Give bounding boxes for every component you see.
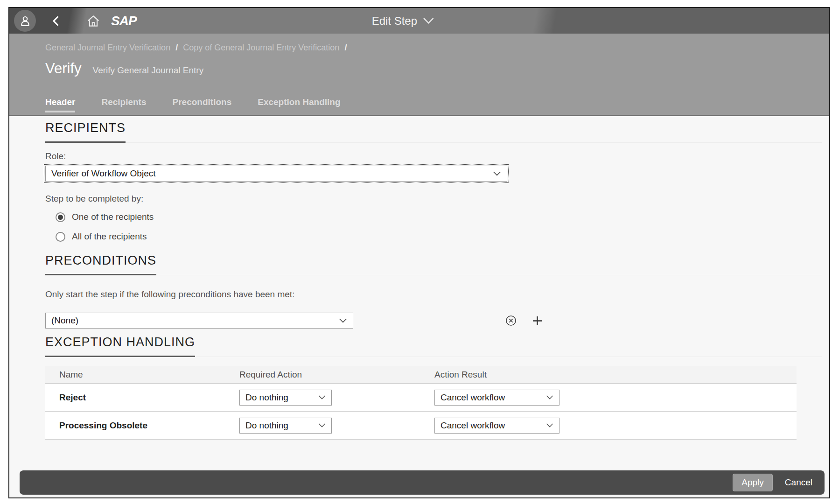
role-select-value: Verifier of Workflow Object: [51, 168, 156, 179]
radio-label: All of the recipients: [72, 231, 147, 242]
role-label: Role:: [45, 151, 829, 161]
required-action-select[interactable]: Do nothing: [239, 390, 332, 406]
chevron-down-icon: [493, 171, 501, 176]
chevron-down-icon: [318, 395, 326, 400]
tab-preconditions[interactable]: Preconditions: [173, 97, 232, 115]
action-result-select[interactable]: Cancel workflow: [434, 390, 559, 406]
action-result-select[interactable]: Cancel workflow: [434, 418, 559, 434]
exception-handling-section-header: EXCEPTION HANDLING: [45, 335, 822, 357]
title-row: Verify Verify General Journal Entry: [45, 60, 829, 77]
radio-one-of-recipients[interactable]: One of the recipients: [56, 210, 829, 224]
radio-all-of-recipients[interactable]: All of the recipients: [56, 230, 829, 243]
table-row-processing-obsolete: Processing Obsolete Do nothing Cancel wo…: [45, 412, 797, 440]
recipients-heading: RECIPIENTS: [45, 121, 126, 143]
breadcrumb-separator: /: [175, 43, 178, 52]
tab-header[interactable]: Header: [45, 97, 75, 115]
precondition-select[interactable]: (None): [45, 313, 353, 329]
table-header-row: Name Required Action Action Result: [45, 366, 797, 384]
add-precondition-button[interactable]: [531, 315, 544, 327]
preconditions-heading: PRECONDITIONS: [45, 253, 156, 275]
recipients-section-header: RECIPIENTS: [45, 121, 822, 143]
chevron-left-icon: [51, 16, 61, 26]
chevron-down-icon: [339, 318, 347, 323]
remove-precondition-button[interactable]: [505, 315, 517, 327]
home-button[interactable]: [82, 8, 105, 34]
breadcrumb-separator: /: [344, 43, 347, 52]
page-subtitle: Verify General Journal Entry: [93, 65, 204, 76]
preconditions-section-header: PRECONDITIONS: [45, 253, 822, 275]
sap-logo: SAP: [111, 8, 137, 34]
required-action-select[interactable]: Do nothing: [239, 418, 332, 434]
chevron-down-icon: [318, 423, 326, 428]
breadcrumb: General Journal Entry Verification / Cop…: [45, 43, 829, 53]
column-header-required-action: Required Action: [239, 370, 302, 380]
shell-title-menu[interactable]: Edit Step: [372, 8, 434, 34]
column-header-name: Name: [59, 370, 83, 380]
exception-table: Name Required Action Action Result Rejec…: [45, 366, 797, 440]
screenshot-canvas: SAP Edit Step General Journal Entry Veri…: [0, 0, 839, 504]
radio-label: One of the recipients: [72, 212, 154, 222]
radio-button-icon: [56, 212, 65, 222]
preconditions-description: Only start the step if the following pre…: [45, 289, 829, 300]
shell-title-label: Edit Step: [372, 14, 417, 28]
action-result-value: Cancel workflow: [440, 392, 505, 403]
table-row-reject: Reject Do nothing Cancel workflow: [45, 384, 797, 412]
exception-name: Processing Obsolete: [59, 420, 147, 431]
shell-bar: SAP Edit Step: [9, 8, 829, 34]
decline-circle-icon: [505, 315, 517, 327]
tab-exception-handling[interactable]: Exception Handling: [258, 97, 340, 115]
precondition-select-value: (None): [51, 315, 78, 326]
cancel-button[interactable]: Cancel: [785, 477, 812, 488]
home-icon: [86, 14, 100, 28]
chevron-down-icon: [423, 17, 434, 24]
radio-button-icon: [56, 232, 65, 242]
required-action-value: Do nothing: [245, 392, 288, 403]
action-result-value: Cancel workflow: [440, 420, 505, 431]
page-content: RECIPIENTS Role: Verifier of Workflow Ob…: [9, 116, 829, 468]
precondition-row: (None): [45, 313, 829, 329]
role-select[interactable]: Verifier of Workflow Object: [45, 166, 507, 182]
object-header: General Journal Entry Verification / Cop…: [9, 34, 829, 116]
breadcrumb-link-copy[interactable]: Copy of General Journal Entry Verificati…: [183, 43, 339, 52]
person-icon: [19, 14, 32, 28]
breadcrumb-link-workflow[interactable]: General Journal Entry Verification: [45, 43, 170, 52]
chevron-down-icon: [546, 395, 553, 400]
avatar[interactable]: [14, 10, 36, 32]
page-title: Verify: [45, 60, 82, 77]
anchor-tabs: Header Recipients Preconditions Exceptio…: [45, 97, 341, 115]
completed-by-label: Step to be completed by:: [45, 194, 829, 204]
footer-toolbar: Apply Cancel: [20, 470, 825, 495]
plus-icon: [531, 315, 544, 327]
exception-name: Reject: [59, 392, 86, 403]
exception-handling-heading: EXCEPTION HANDLING: [45, 335, 195, 357]
column-header-action-result: Action Result: [434, 370, 487, 380]
back-button[interactable]: [46, 8, 66, 34]
apply-button[interactable]: Apply: [733, 474, 773, 491]
required-action-value: Do nothing: [245, 420, 288, 431]
tab-recipients[interactable]: Recipients: [101, 97, 146, 115]
chevron-down-icon: [546, 423, 553, 428]
app-window: SAP Edit Step General Journal Entry Veri…: [8, 7, 830, 498]
